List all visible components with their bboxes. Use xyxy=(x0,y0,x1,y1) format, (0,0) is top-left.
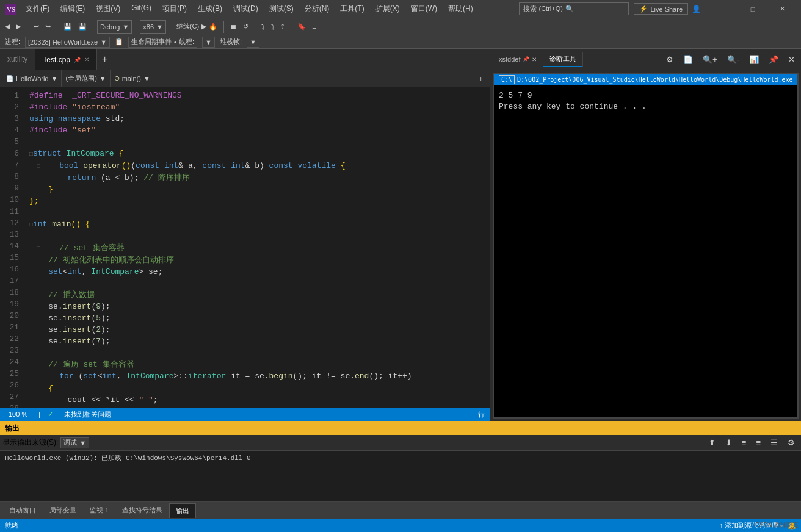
add-scope-button[interactable]: + xyxy=(476,70,487,87)
tab-diagnostic-label: 诊断工具 xyxy=(549,54,576,63)
sep4 xyxy=(136,21,136,33)
debug-location-bar: 进程: [20328] HelloWorld.exe ▼ 📋 生命周期事件 • … xyxy=(0,35,801,49)
tab-xstddef[interactable]: xstddef 📌 ✕ xyxy=(493,53,543,65)
tab-diagnostic[interactable]: 诊断工具 xyxy=(543,52,583,67)
sep8 xyxy=(291,21,291,33)
platform-dropdown[interactable]: x86 ▼ xyxy=(140,20,166,34)
settings-icon[interactable]: ⚙ xyxy=(662,54,677,65)
menu-project[interactable]: 项目(P) xyxy=(158,2,192,15)
menu-git[interactable]: Git(G) xyxy=(126,2,156,15)
chart-icon[interactable]: 📊 xyxy=(745,54,763,65)
forward-button[interactable]: ▶ xyxy=(13,21,23,32)
step-out-button[interactable]: ⤴ xyxy=(278,22,287,32)
close-button[interactable]: ✕ xyxy=(768,0,796,18)
function-dropdown[interactable]: ⊙ main() ▼ xyxy=(111,70,154,87)
output-align-left[interactable]: ≡ xyxy=(738,437,750,448)
status-right-info: 行 xyxy=(478,410,485,419)
output-option-icon[interactable]: ⚙ xyxy=(784,437,799,448)
tab-xutility[interactable]: xutility xyxy=(0,49,35,70)
bookmark-button[interactable]: 🔖 xyxy=(295,21,308,32)
step-over-button[interactable]: ⤵ xyxy=(259,22,267,32)
debug-config-dropdown[interactable]: Debug ▼ xyxy=(97,20,132,34)
menu-analyze[interactable]: 分析(N) xyxy=(300,2,335,15)
output-list-icon[interactable]: ☰ xyxy=(767,437,781,448)
menu-edit[interactable]: 编辑(E) xyxy=(56,2,90,15)
menu-extensions[interactable]: 扩展(X) xyxy=(371,2,405,15)
scope-dropdown[interactable]: (全局范围) ▼ xyxy=(62,70,110,87)
menu-window[interactable]: 窗口(W) xyxy=(406,2,442,15)
toolbar-extra[interactable]: ≡ xyxy=(310,22,318,32)
no-issues-label: 未找到相关问题 xyxy=(60,410,115,419)
live-share-button[interactable]: ⚡ Live Share xyxy=(634,3,688,15)
save-button[interactable]: 💾 xyxy=(61,21,74,32)
new-tab-button[interactable]: + xyxy=(100,52,110,66)
pin-icon[interactable]: 📌 xyxy=(765,54,782,65)
debug-config-label: Debug xyxy=(100,23,120,31)
output-up-icon[interactable]: ⬆ xyxy=(705,437,719,448)
bottom-tab-bar: 自动窗口 局部变量 监视 1 查找符号结果 输出 xyxy=(0,501,801,519)
profile-button[interactable]: 👤 xyxy=(688,4,705,15)
code-text[interactable]: #define _CRT_SECURE_NO_WARNINGS #include… xyxy=(24,87,490,408)
editor-header: 📄 HelloWorld ▼ (全局范围) ▼ ⊙ main() ▼ + xyxy=(0,70,490,87)
save-all-button[interactable]: 💾 xyxy=(76,21,89,32)
menu-file[interactable]: 文件(F) xyxy=(21,2,54,15)
step-into-button[interactable]: ⤵ xyxy=(269,22,277,32)
continue-button[interactable]: 继续(C) ▶ 🔥 xyxy=(174,21,220,32)
back-button[interactable]: ◀ xyxy=(2,21,12,32)
menu-tools[interactable]: 工具(T) xyxy=(335,2,369,15)
thread-dropdown[interactable]: ▼ xyxy=(202,37,215,48)
process-dropdown[interactable]: [20328] HelloWorld.exe ▼ xyxy=(25,37,110,48)
maximize-button[interactable]: □ xyxy=(739,0,767,18)
code-editor[interactable]: 12345 678910 1112131415 1617181920 21222… xyxy=(0,87,490,408)
lifecycle-dropdown[interactable]: 生命周期事件 • 线程: xyxy=(128,37,197,48)
editor-status-bar: 100 % | ✓ 未找到相关问题 行 xyxy=(0,408,490,421)
file-dropdown[interactable]: 📄 HelloWorld ▼ xyxy=(2,70,62,87)
tab-xstddef-label: xstddef xyxy=(499,56,520,63)
scope-arrow: ▼ xyxy=(100,75,106,82)
output-source-dropdown[interactable]: 调试 ▼ xyxy=(60,437,89,448)
console-title-bar: C:\ D:\002_Project\006_Visual_Studio\Hel… xyxy=(494,74,797,85)
search-placeholder: 搜索 (Ctrl+Q) xyxy=(523,4,562,13)
stop-button[interactable]: ⏹ xyxy=(228,22,239,32)
menu-help[interactable]: 帮助(H) xyxy=(443,2,478,15)
tab-find-symbol[interactable]: 查找符号结果 xyxy=(115,503,169,518)
output-panel: 输出 显示输出来源(S): 调试 ▼ ⬆ ⬇ ≡ ≡ ☰ ⚙ HelloWorl… xyxy=(0,421,801,519)
platform-arrow: ▼ xyxy=(156,23,163,31)
tab-test-cpp-close[interactable]: ✕ xyxy=(84,56,89,63)
sep3 xyxy=(93,21,93,33)
search-box[interactable]: 搜索 (Ctrl+Q) 🔍 xyxy=(519,2,629,15)
tab-test-cpp[interactable]: Test.cpp 📌 ✕ xyxy=(35,49,97,70)
menu-debug[interactable]: 调试(D) xyxy=(228,2,263,15)
tab-xstddef-pin: 📌 xyxy=(523,56,529,62)
stack-dropdown[interactable]: ▼ xyxy=(247,37,259,48)
menu-test[interactable]: 测试(S) xyxy=(264,2,299,15)
output-align-right[interactable]: ≡ xyxy=(752,437,764,448)
live-share-label: Live Share xyxy=(650,5,683,13)
redo-button[interactable]: ↪ xyxy=(43,21,53,32)
tab-test-cpp-pin: 📌 xyxy=(74,57,81,63)
tab-locals[interactable]: 局部变量 xyxy=(43,503,83,518)
doc-icon[interactable]: 📄 xyxy=(680,54,697,65)
console-path: D:\002_Project\006_Visual_Studio\HelloWo… xyxy=(517,76,793,83)
menu-view[interactable]: 视图(V) xyxy=(91,2,125,15)
tab-auto-window[interactable]: 自动窗口 xyxy=(2,503,43,518)
undo-button[interactable]: ↩ xyxy=(31,21,42,32)
svg-text:VS: VS xyxy=(7,5,15,13)
window-controls: — □ ✕ xyxy=(709,0,796,18)
menu-build[interactable]: 生成(B) xyxy=(193,2,227,15)
close-panel-icon[interactable]: ✕ xyxy=(785,54,799,65)
status-left: 就绪 xyxy=(5,521,720,530)
thread-arrow: ▼ xyxy=(205,38,212,46)
tab-watch[interactable]: 监视 1 xyxy=(83,503,115,518)
restart-button[interactable]: ↺ xyxy=(241,21,251,32)
lifecycle-name: 生命周期事件 xyxy=(131,37,172,46)
tab-xstddef-close[interactable]: ✕ xyxy=(532,56,537,63)
tab-output[interactable]: 输出 xyxy=(169,503,196,518)
no-issues-icon: ✓ xyxy=(48,411,53,419)
zoom-in-icon[interactable]: 🔍+ xyxy=(699,54,721,65)
tab-xutility-label: xutility xyxy=(7,55,27,63)
zoom-out-icon[interactable]: 🔍- xyxy=(723,54,743,65)
sep1 xyxy=(27,21,27,33)
output-down-icon[interactable]: ⬇ xyxy=(722,437,736,448)
minimize-button[interactable]: — xyxy=(709,0,738,18)
